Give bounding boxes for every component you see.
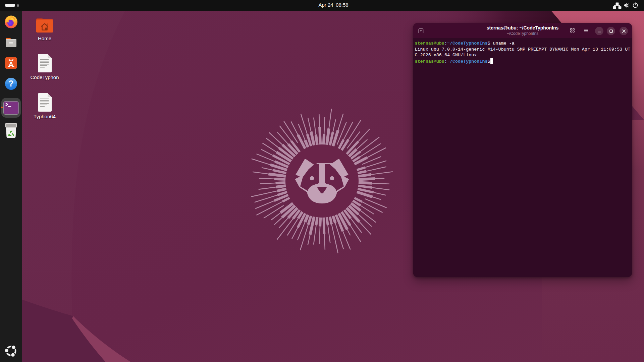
svg-text:?: ? xyxy=(8,79,13,88)
svg-text:A: A xyxy=(8,60,14,69)
